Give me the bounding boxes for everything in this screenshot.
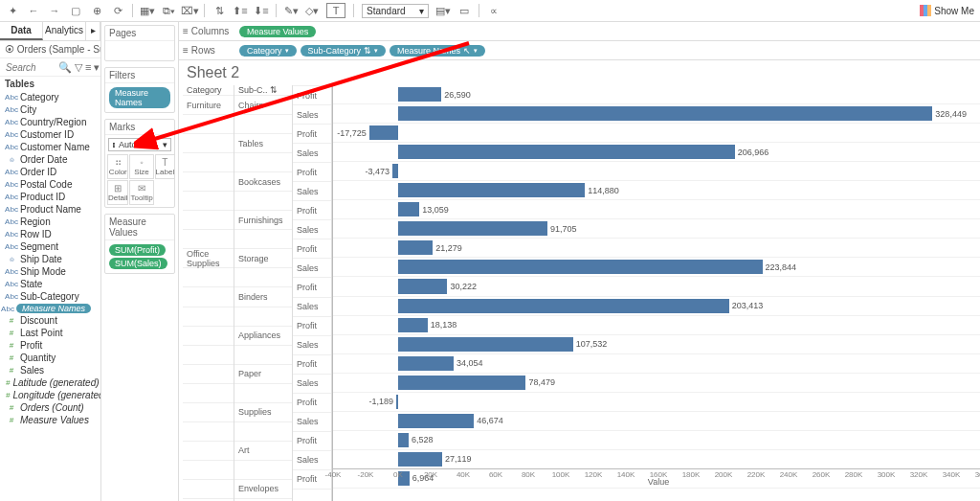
marks-size[interactable]: ◦Size <box>129 154 153 179</box>
duplicate-icon[interactable]: ⧉▾ <box>162 4 175 17</box>
group-icon[interactable]: ◇▾ <box>305 4 319 17</box>
tab-analytics[interactable]: Analytics <box>43 22 86 40</box>
marks-label[interactable]: TLabel <box>155 154 176 179</box>
field-dim[interactable]: AbcState <box>4 278 100 290</box>
bar[interactable] <box>396 395 398 409</box>
columns-pill[interactable]: Measure Values <box>239 26 316 37</box>
field-dim[interactable]: AbcCountry/Region <box>4 116 100 128</box>
mv-pill[interactable]: SUM(Sales) <box>109 258 167 269</box>
field-dim[interactable]: AbcProduct ID <box>4 191 100 203</box>
bar[interactable] <box>398 337 573 352</box>
field-measure[interactable]: #Orders (Count) <box>4 401 100 414</box>
field-dim[interactable]: ⌾Order Date <box>4 153 100 166</box>
highlight-icon[interactable]: ✎▾ <box>284 4 298 17</box>
bar[interactable] <box>398 202 419 216</box>
sort-desc-icon[interactable]: ⬇≡ <box>255 4 268 17</box>
field-dim[interactable]: AbcCustomer ID <box>4 128 100 141</box>
search-icon[interactable]: 🔍 <box>58 60 72 74</box>
dropdown-icon[interactable]: ▾ <box>94 60 100 74</box>
back-icon[interactable]: ← <box>27 4 40 17</box>
bar[interactable] <box>398 145 735 159</box>
tab-data[interactable]: Data <box>0 22 43 40</box>
header-subcategory[interactable]: Sub-C..⇅ <box>234 85 292 96</box>
search-input[interactable] <box>4 61 56 74</box>
bar[interactable] <box>398 452 442 467</box>
clear-icon[interactable]: ⌧▾ <box>183 4 196 17</box>
field-dim[interactable]: AbcSub-Category <box>4 290 100 303</box>
field-measure[interactable]: #Measure Values <box>4 414 100 426</box>
marks-color[interactable]: ⠶Color <box>107 154 128 179</box>
field-dim[interactable]: AbcCity <box>4 103 100 116</box>
share-icon[interactable]: ∝ <box>487 4 501 17</box>
field-measure[interactable]: #Sales <box>4 364 100 376</box>
filter-icon[interactable]: ▽ <box>75 60 82 74</box>
new-sheet-icon[interactable]: ▦▾ <box>141 4 154 17</box>
logo-icon[interactable]: ✦ <box>6 4 19 17</box>
tab-collapse-icon[interactable]: ▸ <box>86 22 100 40</box>
field-measure[interactable]: #Latitude (generated) <box>4 376 100 389</box>
bar[interactable] <box>398 183 585 197</box>
bar[interactable] <box>398 221 547 236</box>
sheet-title[interactable]: Sheet 2 <box>179 60 980 85</box>
new-data-icon[interactable]: ⊕ <box>90 4 103 17</box>
bar[interactable] <box>398 433 409 447</box>
field-dim[interactable]: AbcSegment <box>4 240 100 253</box>
save-icon[interactable]: ▢ <box>69 4 82 17</box>
field-dim[interactable]: AbcShip Mode <box>4 265 100 278</box>
bar[interactable] <box>398 87 441 102</box>
field-dim[interactable]: ⌾Ship Date <box>4 253 100 265</box>
sort-asc-icon[interactable]: ⬆≡ <box>234 4 247 17</box>
field-dim[interactable]: AbcProduct Name <box>4 203 100 216</box>
field-measure[interactable]: #Discount <box>4 314 100 327</box>
show-me-button[interactable]: Show Me <box>920 5 974 16</box>
field-dim[interactable]: AbcRegion <box>4 216 100 228</box>
menu-icon[interactable]: ≡ <box>85 60 91 74</box>
datasource-name[interactable]: ⦿ Orders (Sample - Super... <box>0 41 100 58</box>
bar-label: 114,880 <box>588 186 619 195</box>
field-dim[interactable]: AbcCustomer Name <box>4 141 100 153</box>
bar[interactable] <box>398 260 763 274</box>
rows-pill-measurenames[interactable]: Measure Names↖▾ <box>390 45 485 57</box>
bar[interactable] <box>398 414 474 428</box>
field-dim[interactable]: AbcCategory <box>4 91 100 103</box>
field-measure-names[interactable]: AbcMeasure Names <box>0 303 100 314</box>
mv-pill[interactable]: SUM(Profit) <box>109 244 166 256</box>
bar-label: 27,119 <box>445 454 472 464</box>
marks-type-select[interactable]: ⫾ Automatic▾ <box>108 138 171 151</box>
label-icon[interactable]: T <box>326 3 345 18</box>
bar-label: 107,532 <box>576 339 608 349</box>
header-category[interactable]: Category <box>183 85 234 96</box>
bar[interactable] <box>398 299 729 313</box>
bar[interactable] <box>392 164 398 178</box>
bar-row: 34,054 <box>333 354 980 374</box>
field-measure[interactable]: #Longitude (generated) <box>4 389 100 401</box>
bar[interactable] <box>398 318 428 332</box>
bar-label: 34,054 <box>457 358 483 368</box>
rows-shelf[interactable]: ≡Rows Category▾ Sub-Category⇅▾ Measure N… <box>179 41 980 60</box>
field-measure[interactable]: #Profit <box>4 339 100 352</box>
forward-icon[interactable]: → <box>48 4 61 17</box>
bar[interactable] <box>398 356 454 371</box>
present-icon[interactable]: ▭ <box>457 4 471 17</box>
marks-tooltip[interactable]: ✉Tooltip <box>129 180 153 205</box>
bar[interactable] <box>398 106 932 121</box>
field-dim[interactable]: AbcPostal Code <box>4 178 100 191</box>
x-tick: 140K <box>617 470 635 479</box>
rows-pill-category[interactable]: Category▾ <box>239 45 297 57</box>
field-measure[interactable]: #Quantity <box>4 352 100 364</box>
field-dim[interactable]: AbcRow ID <box>4 228 100 240</box>
bar[interactable] <box>398 240 433 255</box>
field-dim[interactable]: AbcOrder ID <box>4 166 100 178</box>
cards-icon[interactable]: ▤▾ <box>436 4 450 17</box>
field-measure[interactable]: #Last Point <box>4 327 100 339</box>
swap-icon[interactable]: ⇅ <box>212 4 226 17</box>
refresh-icon[interactable]: ⟳ <box>111 4 124 17</box>
columns-shelf[interactable]: ≡Columns Measure Values <box>179 22 980 41</box>
bar[interactable] <box>398 376 525 390</box>
bar[interactable] <box>398 279 447 293</box>
filter-pill[interactable]: Measure Names <box>109 87 170 108</box>
marks-detail[interactable]: ⊞Detail <box>107 180 128 205</box>
fit-select[interactable]: Standard▾ <box>362 4 429 18</box>
rows-pill-subcategory[interactable]: Sub-Category⇅▾ <box>301 45 387 57</box>
bar[interactable] <box>369 125 398 140</box>
